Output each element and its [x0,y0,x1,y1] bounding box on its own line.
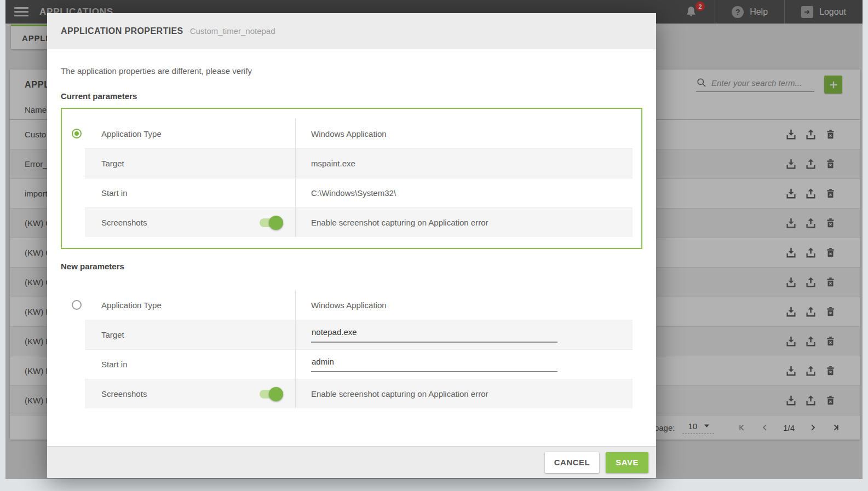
param-row-start-in: Start in admin [85,349,633,379]
screenshots-label: Screenshots [101,389,147,398]
current-application-type-value: Windows Application [311,129,387,138]
new-parameters-box: Application Type Windows Application Tar… [61,279,642,420]
param-row-screenshots: Screenshots Enable screenshot capturing … [85,207,633,237]
new-parameters-table: Application Type Windows Application Tar… [85,290,633,408]
dialog-subtitle: Custom_timer_notepad [190,26,275,36]
param-row-screenshots: Screenshots Enable screenshot capturing … [85,379,633,408]
current-parameters-radio[interactable] [72,129,82,138]
current-parameters-label: Current parameters [61,91,642,101]
verify-message: The application properties are different… [61,66,642,76]
new-screenshots-toggle[interactable] [260,390,281,398]
current-start-in-value: C:\Windows\System32\ [311,188,396,198]
dialog-footer: CANCEL SAVE [47,446,656,478]
save-button[interactable]: SAVE [606,452,648,473]
toggle-knob [269,216,283,230]
param-row-application-type: Application Type Windows Application [85,119,633,148]
param-row-target: Target mspaint.exe [85,148,633,178]
dialog-title: APPLICATION PROPERTIES [61,26,183,36]
new-parameters-label: New parameters [61,262,642,271]
new-start-in-input[interactable]: admin [311,357,557,372]
cancel-button[interactable]: CANCEL [545,452,600,473]
dialog-body: The application properties are different… [47,66,656,420]
param-row-start-in: Start in C:\Windows\System32\ [85,178,633,207]
current-parameters-table: Application Type Windows Application Tar… [85,119,633,237]
application-properties-dialog: APPLICATION PROPERTIES Custom_timer_note… [47,13,656,478]
param-row-application-type: Application Type Windows Application [85,290,633,320]
dialog-header: APPLICATION PROPERTIES Custom_timer_note… [47,13,656,49]
toggle-knob [269,387,283,401]
new-target-input[interactable]: notepad.exe [311,327,557,343]
start-in-label: Start in [101,188,128,198]
application-type-label: Application Type [101,129,162,138]
current-target-value: mspaint.exe [311,159,355,168]
param-row-target: Target notepad.exe [85,320,633,349]
new-application-type-value: Windows Application [311,301,387,310]
start-in-label: Start in [101,360,128,369]
target-label: Target [101,330,124,339]
current-screenshots-description: Enable screenshot capturing on Applicati… [311,218,488,227]
current-parameters-box: Application Type Windows Application Tar… [61,108,642,249]
application-type-label: Application Type [101,301,162,310]
new-parameters-radio[interactable] [72,300,82,310]
screenshots-label: Screenshots [101,218,147,227]
new-screenshots-description: Enable screenshot capturing on Applicati… [311,389,488,398]
current-screenshots-toggle[interactable] [260,218,281,227]
target-label: Target [101,159,124,168]
